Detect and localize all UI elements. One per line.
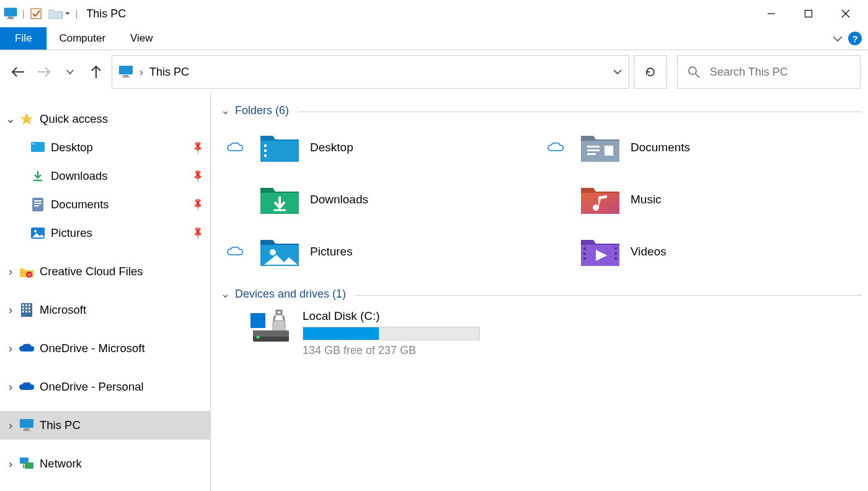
svg-rect-17 (34, 200, 42, 201)
chevron-down-icon[interactable]: ⌄ (221, 287, 230, 301)
folder-item-pictures[interactable]: Pictures (221, 235, 541, 268)
pictures-folder-icon (259, 235, 300, 268)
network-icon (19, 456, 35, 472)
svg-rect-19 (34, 205, 39, 206)
folder-label: Music (631, 193, 662, 206)
svg-rect-56 (250, 313, 265, 328)
svg-rect-28 (22, 307, 24, 309)
forward-button[interactable] (33, 61, 55, 82)
svg-rect-58 (253, 330, 289, 337)
svg-rect-45 (587, 153, 596, 155)
svg-rect-18 (34, 203, 42, 204)
music-folder-icon (580, 183, 621, 216)
tab-file[interactable]: File (0, 27, 46, 50)
help-button[interactable]: ? (848, 32, 862, 45)
navigation-pane: ⌄ Quick access Desktop 📌 Downloads 📌 Doc… (0, 94, 211, 491)
drive-icon (249, 309, 294, 345)
svg-rect-10 (122, 77, 130, 78)
svg-rect-31 (22, 311, 24, 312)
up-button[interactable] (86, 61, 107, 82)
sidebar-item-desktop[interactable]: Desktop 📌 (0, 133, 210, 162)
chevron-right-icon[interactable]: › (5, 342, 16, 355)
chevron-down-icon[interactable]: ⌄ (221, 104, 230, 117)
sidebar-item-label: Network (40, 457, 82, 471)
quick-access-toolbar-icon[interactable] (30, 7, 42, 20)
creative-cloud-icon: ⟲ (19, 263, 35, 280)
svg-rect-29 (25, 307, 27, 309)
refresh-button[interactable] (634, 55, 667, 89)
svg-rect-53 (614, 247, 617, 250)
svg-point-11 (689, 67, 696, 74)
pin-icon[interactable]: 📌 (190, 168, 206, 184)
onedrive-icon (19, 340, 35, 356)
sidebar-item-network[interactable]: › Network (0, 449, 210, 478)
minimize-button[interactable] (753, 0, 790, 27)
separator: | (22, 9, 25, 19)
folder-item-desktop[interactable]: Desktop (221, 131, 541, 164)
svg-rect-30 (29, 307, 30, 309)
pin-icon[interactable]: 📌 (190, 197, 206, 213)
svg-rect-3 (31, 9, 41, 19)
folder-item-music[interactable]: Music (541, 183, 862, 216)
chevron-right-icon[interactable]: › (5, 418, 16, 432)
download-icon (30, 168, 46, 184)
sidebar-item-onedrive-microsoft[interactable]: › OneDrive - Microsoft (0, 334, 210, 363)
tab-view[interactable]: View (118, 27, 166, 50)
sidebar-item-documents[interactable]: Documents 📌 (0, 190, 210, 219)
drive-name: Local Disk (C:) (303, 309, 480, 323)
chevron-right-icon[interactable]: › (5, 457, 16, 471)
chevron-right-icon[interactable]: › (5, 303, 16, 317)
sidebar-item-quick-access[interactable]: ⌄ Quick access (0, 105, 210, 133)
ribbon-collapse-icon[interactable] (832, 35, 843, 42)
close-button[interactable] (827, 0, 864, 27)
chevron-down-icon[interactable]: ⌄ (5, 112, 16, 126)
section-header-folders[interactable]: ⌄ Folders (6) (221, 104, 862, 117)
recent-locations-button[interactable] (60, 61, 81, 82)
this-pc-icon (4, 7, 17, 20)
svg-rect-5 (805, 11, 812, 17)
section-title: Devices and drives (1) (235, 288, 346, 301)
title-bar: | | This PC (0, 0, 868, 27)
chevron-right-icon[interactable]: › (5, 380, 16, 394)
chevron-right-icon[interactable]: › (5, 265, 16, 278)
pin-icon[interactable]: 📌 (190, 225, 206, 241)
back-button[interactable] (7, 61, 29, 82)
sidebar-item-downloads[interactable]: Downloads 📌 (0, 162, 210, 190)
section-header-drives[interactable]: ⌄ Devices and drives (1) (221, 287, 862, 301)
folder-label: Documents (631, 141, 690, 154)
breadcrumb-this-pc[interactable]: This PC (149, 66, 189, 79)
folder-label: Videos (631, 245, 666, 259)
sidebar-item-microsoft[interactable]: › Microsoft (0, 296, 210, 324)
folder-item-downloads[interactable]: Downloads (221, 183, 541, 216)
folder-item-videos[interactable]: Videos (541, 235, 862, 268)
pin-icon[interactable]: 📌 (190, 139, 206, 156)
svg-point-49 (270, 249, 276, 255)
folder-item-documents[interactable]: Documents (541, 131, 862, 164)
address-bar[interactable]: › This PC (112, 55, 629, 89)
documents-icon (30, 197, 46, 213)
svg-rect-2 (7, 18, 14, 19)
svg-rect-25 (22, 304, 24, 306)
documents-folder-icon (580, 131, 621, 164)
tab-computer[interactable]: Computer (46, 27, 118, 50)
svg-rect-40 (264, 144, 267, 147)
sidebar-item-pictures[interactable]: Pictures 📌 (0, 219, 210, 247)
search-input[interactable] (710, 66, 850, 79)
folder-dropdown-icon[interactable] (48, 7, 71, 20)
sidebar-item-label: OneDrive - Microsoft (40, 342, 145, 355)
sidebar-item-onedrive-personal[interactable]: › OneDrive - Personal (0, 373, 210, 401)
sidebar-item-creative-cloud[interactable]: › ⟲ Creative Cloud Files (0, 257, 210, 286)
drive-item-local-disk-c[interactable]: Local Disk (C:) 134 GB free of 237 GB (249, 306, 862, 361)
sidebar-item-label: Downloads (51, 169, 108, 183)
svg-rect-16 (32, 198, 43, 211)
desktop-icon (30, 139, 46, 156)
address-dropdown-icon[interactable] (613, 68, 622, 76)
sidebar-item-label: Pictures (51, 226, 92, 240)
search-box[interactable] (677, 55, 861, 89)
cloud-icon (227, 142, 243, 153)
breadcrumb-separator[interactable]: › (140, 66, 143, 79)
sidebar-item-this-pc[interactable]: › This PC (0, 411, 210, 440)
svg-rect-1 (8, 17, 13, 18)
maximize-button[interactable] (790, 0, 827, 27)
svg-rect-55 (614, 257, 617, 260)
